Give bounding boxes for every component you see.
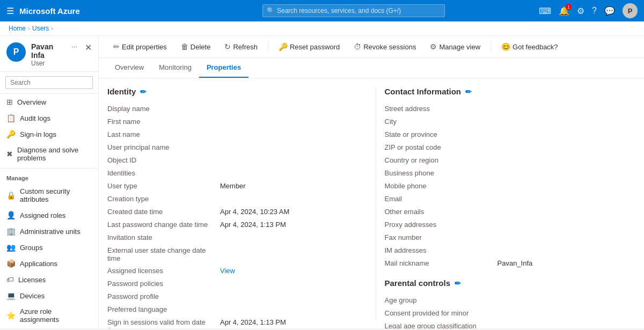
- parental-fields: Age group Consent provided for minor Leg…: [385, 294, 636, 328]
- props-right: Contact Information ✏ Street address Cit…: [376, 87, 636, 320]
- search-input[interactable]: [262, 4, 445, 17]
- toolbar-sep-2: [491, 41, 491, 52]
- sidebar-item-licenses[interactable]: 🏷 Licenses: [0, 272, 98, 288]
- notifications-icon[interactable]: 🔔 1: [559, 6, 569, 16]
- breadcrumb-home[interactable]: Home: [9, 25, 26, 32]
- toolbar: ✏ Edit properties 🗑 Delete ↻ Refresh 🔑 R…: [99, 36, 644, 58]
- tab-monitoring[interactable]: Monitoring: [151, 58, 199, 78]
- prop-object-id: Object ID: [107, 154, 358, 167]
- diagnose-icon: ✖: [6, 150, 13, 158]
- sidebar-item-custom-security[interactable]: 🔒 Custom security attributes: [0, 184, 98, 207]
- user-avatar: P: [6, 42, 26, 62]
- prop-display-name: Display name: [107, 102, 358, 115]
- sidebar-item-groups[interactable]: 👥 Groups: [0, 239, 98, 255]
- manage-section-label: Manage: [0, 171, 98, 184]
- delete-icon: 🗑: [181, 42, 188, 51]
- revoke-label: Revoke sessions: [363, 43, 416, 51]
- azure-roles-icon: ⭐: [6, 311, 16, 320]
- edit-icon: ✏: [113, 42, 120, 51]
- sidebar-item-devices[interactable]: 💻 Devices: [0, 288, 98, 304]
- sidebar-item-label: Groups: [20, 244, 43, 252]
- sidebar-item-label: Audit logs: [20, 114, 50, 122]
- licenses-icon: 🏷: [6, 275, 14, 284]
- prop-pw-profile: Password profile: [107, 290, 358, 303]
- delete-button[interactable]: 🗑 Delete: [175, 39, 217, 54]
- custom-security-icon: 🔒: [6, 191, 16, 200]
- sidebar-item-auth-methods[interactable]: 🛡 Authentication methods: [0, 327, 98, 328]
- feedback-button[interactable]: 😊 Got feedback?: [495, 39, 564, 54]
- sidebar-search-input[interactable]: [5, 76, 93, 89]
- help-icon[interactable]: ?: [592, 6, 597, 16]
- identity-edit-icon[interactable]: ✏: [140, 87, 147, 96]
- groups-icon: 👥: [6, 243, 16, 252]
- more-options-btn[interactable]: ···: [71, 42, 77, 50]
- prop-state: State or province: [385, 128, 636, 141]
- sidebar: P Pavan Infa User ··· ✕ ⊞ Overview 📋 Aud…: [0, 36, 99, 328]
- prop-mail-nickname: Mail nickname Pavan_Infa: [385, 257, 636, 270]
- sidebar-item-assigned-roles[interactable]: 👤 Assigned roles: [0, 207, 98, 223]
- prop-consent-minor: Consent provided for minor: [385, 307, 636, 320]
- settings-icon[interactable]: ⚙: [577, 6, 584, 16]
- prop-street: Street address: [385, 102, 636, 115]
- admin-units-icon: 🏢: [6, 227, 16, 236]
- feedback-label: Got feedback?: [513, 43, 558, 51]
- refresh-button[interactable]: ↻ Refresh: [218, 39, 264, 54]
- delete-label: Delete: [191, 43, 211, 51]
- tab-overview[interactable]: Overview: [107, 58, 151, 78]
- edit-label: Edit properties: [122, 43, 167, 51]
- prop-user-type: User type Member: [107, 180, 358, 193]
- sidebar-item-overview[interactable]: ⊞ Overview: [0, 94, 98, 110]
- revoke-icon: ⏱: [354, 42, 361, 51]
- contact-edit-icon[interactable]: ✏: [465, 87, 472, 96]
- prop-first-name: First name: [107, 115, 358, 128]
- close-panel-icon[interactable]: ✕: [85, 42, 92, 53]
- prop-assigned-licenses: Assigned licenses View: [107, 265, 358, 277]
- terminal-icon[interactable]: ⌨: [539, 6, 551, 16]
- sidebar-item-audit-logs[interactable]: 📋 Audit logs: [0, 110, 98, 126]
- parental-edit-icon[interactable]: ✏: [455, 279, 461, 288]
- reset-password-button[interactable]: 🔑 Reset password: [273, 39, 346, 54]
- overview-icon: ⊞: [6, 98, 13, 106]
- contact-heading: Contact Information ✏: [385, 87, 636, 96]
- manage-view-label: Manage view: [439, 43, 480, 51]
- toolbar-sep-1: [268, 41, 268, 52]
- breadcrumb-users[interactable]: Users: [32, 25, 49, 32]
- prop-im-addresses: IM addresses: [385, 244, 636, 257]
- tabs: Overview Monitoring Properties: [99, 58, 644, 78]
- sidebar-item-admin-units[interactable]: 🏢 Administrative units: [0, 223, 98, 239]
- tab-properties[interactable]: Properties: [199, 58, 248, 78]
- prop-biz-phone: Business phone: [385, 167, 636, 180]
- sidebar-item-label: Custom security attributes: [20, 187, 92, 203]
- avatar[interactable]: P: [623, 3, 638, 18]
- assigned-roles-icon: 👤: [6, 211, 16, 219]
- parental-heading: Parental controls ✏: [385, 278, 636, 288]
- hamburger-icon[interactable]: ☰: [6, 6, 14, 16]
- feedback-icon[interactable]: 💬: [604, 6, 615, 16]
- sidebar-user-name: Pavan Infa: [31, 42, 64, 60]
- properties-content: Identity ✏ Display name First name Last …: [99, 78, 644, 328]
- sidebar-item-label: Devices: [20, 292, 45, 300]
- manage-view-button[interactable]: ⚙ Manage view: [424, 39, 486, 54]
- sidebar-item-diagnose[interactable]: ✖ Diagnose and solve problems: [0, 142, 98, 166]
- sidebar-user-info: Pavan Infa User: [31, 42, 64, 67]
- prop-other-emails: Other emails: [385, 206, 636, 218]
- revoke-sessions-button[interactable]: ⏱ Revoke sessions: [348, 39, 422, 54]
- feedback-icon: 😊: [501, 42, 510, 51]
- breadcrumb: Home › Users ›: [0, 21, 644, 36]
- sidebar-item-applications[interactable]: 📦 Applications: [0, 255, 98, 272]
- sidebar-item-label: Overview: [17, 98, 46, 106]
- prop-mobile-phone: Mobile phone: [385, 180, 636, 193]
- reset-pw-icon: 🔑: [279, 42, 288, 51]
- assigned-licenses-link[interactable]: View: [220, 267, 358, 275]
- reset-pw-label: Reset password: [290, 43, 340, 51]
- prop-identities: Identities: [107, 167, 358, 180]
- sidebar-item-label: Administrative units: [20, 228, 80, 236]
- sidebar-item-sign-in-logs[interactable]: 🔑 Sign-in logs: [0, 126, 98, 142]
- prop-fax: Fax number: [385, 231, 636, 244]
- sidebar-item-azure-roles[interactable]: ⭐ Azure role assignments: [0, 304, 98, 327]
- prop-age-group: Age group: [385, 294, 636, 307]
- audit-logs-icon: 📋: [6, 114, 16, 122]
- sidebar-item-label: Applications: [20, 260, 57, 268]
- edit-properties-button[interactable]: ✏ Edit properties: [107, 39, 173, 54]
- applications-icon: 📦: [6, 259, 16, 268]
